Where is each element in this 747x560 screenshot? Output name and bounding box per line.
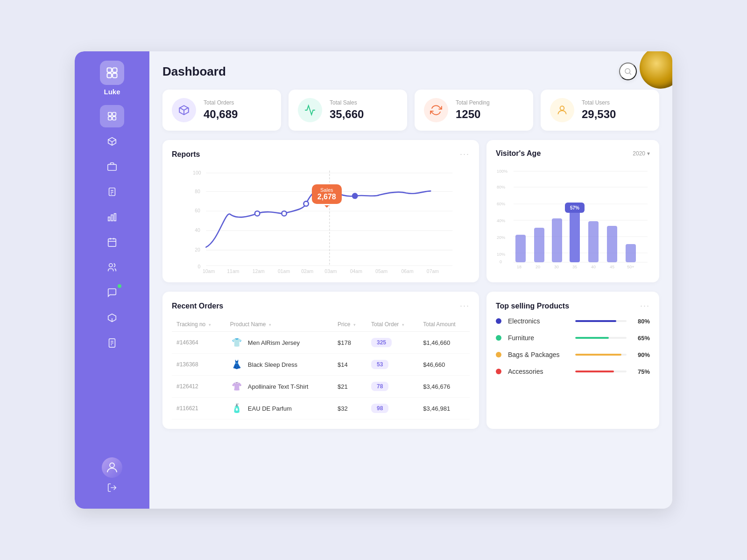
- product-icon: 👕: [230, 336, 243, 349]
- tracking-cell: #116621: [172, 398, 226, 420]
- top-selling-item: Electronics 80%: [496, 317, 650, 325]
- svg-text:02am: 02am: [301, 269, 313, 273]
- pending-icon: [424, 98, 448, 122]
- orders-label: Total Orders: [204, 99, 238, 106]
- svg-text:60%: 60%: [497, 202, 505, 206]
- tracking-cell: #136368: [172, 354, 226, 376]
- total-order-cell: 325: [366, 332, 418, 354]
- category-label: Furniture: [508, 334, 569, 342]
- sidebar-item-users[interactable]: [100, 256, 124, 279]
- sidebar-nav: [75, 105, 149, 457]
- svg-rect-77: [552, 218, 562, 262]
- reports-chart-area: Sales 2,678 100 80 60 40 20 0: [172, 166, 470, 273]
- users-value: 29,530: [582, 108, 616, 121]
- category-label: Accessories: [508, 368, 569, 375]
- product-name: EAU DE Parfum: [248, 405, 292, 412]
- orders-card-title: Recent Orders: [172, 302, 223, 310]
- svg-text:20: 20: [195, 247, 200, 252]
- top-selling-menu-button[interactable]: ···: [640, 301, 650, 311]
- svg-text:80: 80: [195, 189, 200, 194]
- product-name: Men AlRism Jersey: [248, 339, 300, 346]
- svg-point-33: [560, 106, 564, 110]
- svg-text:05am: 05am: [375, 269, 388, 273]
- sidebar-item-dashboard[interactable]: [100, 105, 124, 127]
- progress-fill: [575, 354, 621, 356]
- total-order-cell: 53: [366, 354, 418, 376]
- progress-track: [575, 354, 627, 356]
- top-selling-header: Top selling Products ···: [496, 301, 650, 311]
- svg-text:01am: 01am: [278, 269, 290, 273]
- svg-point-29: [625, 69, 630, 74]
- reports-card-header: Reports ···: [172, 149, 470, 159]
- svg-point-50: [352, 194, 357, 198]
- year-selector[interactable]: 2020 ▾: [633, 150, 650, 157]
- logout-button[interactable]: [107, 483, 117, 495]
- pending-label: Total Pending: [456, 99, 490, 106]
- stat-card-orders: Total Orders 40,689: [162, 90, 281, 131]
- sidebar-item-reports[interactable]: [100, 206, 124, 228]
- svg-rect-3: [113, 73, 117, 77]
- sidebar-item-inventory[interactable]: [100, 130, 124, 153]
- sidebar: Luke: [75, 51, 149, 509]
- product-icon: 🧴: [230, 402, 243, 415]
- svg-rect-4: [108, 112, 112, 116]
- category-dot: [496, 318, 501, 324]
- sidebar-item-messages[interactable]: [100, 281, 124, 304]
- visitors-age-card: Visitor's Age 2020 ▾ 100% 80% 60% 40% 20…: [486, 140, 659, 282]
- sidebar-username: Luke: [104, 88, 120, 96]
- product-name: Apollinaire Text T-Shirt: [248, 383, 309, 390]
- svg-rect-7: [113, 117, 116, 120]
- product-cell: 🧴 EAU DE Parfum: [226, 398, 333, 420]
- product-icon: 👚: [230, 380, 243, 393]
- chart-tooltip: Sales 2,678: [312, 184, 342, 204]
- tooltip-label: Sales: [317, 187, 336, 193]
- recent-orders-card: Recent Orders ··· Tracking no ▾ Product …: [162, 292, 479, 429]
- users-info: Total Users 29,530: [582, 99, 616, 121]
- sidebar-item-orders[interactable]: [100, 155, 124, 178]
- top-selling-item: Bags & Packages 90%: [496, 351, 650, 358]
- svg-rect-6: [108, 117, 112, 120]
- orders-value: 40,689: [204, 108, 238, 121]
- sidebar-item-calendar[interactable]: [100, 231, 124, 253]
- reports-menu-button[interactable]: ···: [460, 149, 470, 159]
- progress-fill: [575, 371, 614, 372]
- price-cell: $21: [333, 376, 366, 398]
- svg-rect-9: [108, 164, 116, 170]
- svg-text:10%: 10%: [497, 252, 505, 257]
- svg-text:04am: 04am: [350, 269, 362, 273]
- user-photo[interactable]: [102, 457, 122, 478]
- product-icon: 👗: [230, 358, 243, 371]
- orders-table: Tracking no ▾ Product Name ▾ Price ▾ Tot…: [172, 317, 470, 420]
- category-dot: [496, 352, 501, 357]
- reports-chart-svg: 100 80 60 40 20 0: [172, 166, 470, 273]
- category-pct: 90%: [633, 351, 650, 358]
- svg-text:30: 30: [554, 265, 559, 269]
- table-row: #136368 👗 Black Sleep Dress $14 53 $46,6…: [172, 354, 470, 376]
- sidebar-item-products[interactable]: [100, 307, 124, 329]
- category-label: Electronics: [508, 317, 569, 325]
- svg-text:0: 0: [500, 259, 502, 264]
- messages-badge: [118, 284, 121, 288]
- table-row: #146364 👕 Men AlRism Jersey $178 325 $1,…: [172, 332, 470, 354]
- total-amount-cell: $3,46,676: [418, 376, 470, 398]
- product-name: Black Sleep Dress: [248, 361, 297, 368]
- tracking-cell: #126412: [172, 376, 226, 398]
- product-cell: 👕 Men AlRism Jersey: [226, 332, 333, 354]
- svg-text:100%: 100%: [497, 169, 507, 174]
- main-content: Dashboard Total Orders 40,689: [149, 51, 672, 509]
- sales-info: Total Sales 35,660: [330, 99, 364, 121]
- category-pct: 75%: [633, 368, 650, 375]
- total-order-cell: 98: [366, 398, 418, 420]
- svg-text:03am: 03am: [324, 269, 337, 273]
- price-cell: $14: [333, 354, 366, 376]
- svg-point-21: [109, 264, 113, 267]
- sidebar-item-tasks[interactable]: [100, 181, 124, 203]
- col-price: Price ▾: [333, 317, 366, 332]
- search-button[interactable]: [619, 63, 637, 80]
- table-row: #116621 🧴 EAU DE Parfum $32 98 $3,46,981: [172, 398, 470, 420]
- svg-rect-14: [108, 217, 110, 221]
- orders-menu-button[interactable]: ···: [460, 301, 470, 311]
- sidebar-item-documents[interactable]: [100, 332, 124, 354]
- category-dot: [496, 369, 501, 374]
- col-total-amount: Total Amount: [418, 317, 470, 332]
